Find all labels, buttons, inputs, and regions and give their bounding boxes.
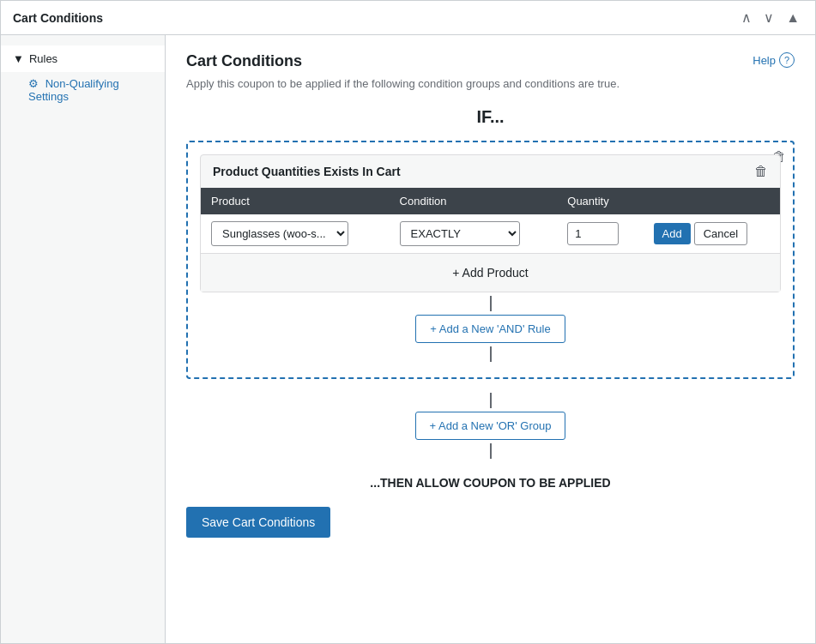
page-title: Cart Conditions (186, 52, 302, 70)
product-cell: Sunglasses (woo-s... (201, 214, 390, 253)
and-rule-connector (200, 296, 781, 311)
then-label: ...THEN ALLOW COUPON TO BE APPLIED (186, 476, 795, 490)
add-product-button[interactable]: + Add Product (452, 266, 528, 280)
condition-group-inner: Product Quantities Exists In Cart 🗑 Prod… (200, 154, 781, 292)
expand-button[interactable]: ▲ (783, 8, 803, 27)
table-row: Sunglasses (woo-s... EXACTLY AT LEAST AT… (201, 214, 780, 253)
or-group-connector-top (186, 393, 795, 408)
condition-select[interactable]: EXACTLY AT LEAST AT MOST (400, 221, 520, 246)
col-product: Product (201, 188, 390, 214)
sidebar-item-non-qualifying-label: Non-Qualifying Settings (28, 77, 119, 103)
main-window: Cart Conditions ∧ ∨ ▲ ▼ Rules ⚙ Non-Qual… (0, 0, 816, 644)
quantity-cell (557, 214, 643, 253)
condition-table: Product Condition Quantity Sunglasses ( (201, 188, 780, 253)
line-top (490, 296, 492, 311)
main-layout: ▼ Rules ⚙ Non-Qualifying Settings Cart C… (1, 35, 815, 643)
sidebar: ▼ Rules ⚙ Non-Qualifying Settings (1, 35, 166, 643)
condition-cell: EXACTLY AT LEAST AT MOST (390, 214, 558, 253)
content-header: Cart Conditions Help ? (186, 52, 795, 70)
gear-icon: ⚙ (28, 77, 39, 90)
cancel-row-button[interactable]: Cancel (694, 222, 747, 245)
title-bar-controls: ∧ ∨ ▲ (738, 8, 803, 27)
condition-group-outer: 🗑 Product Quantities Exists In Cart 🗑 Pr… (186, 141, 795, 379)
col-actions (644, 188, 780, 214)
sidebar-item-non-qualifying[interactable]: ⚙ Non-Qualifying Settings (1, 72, 165, 108)
filter-icon: ▼ (13, 52, 24, 65)
save-cart-conditions-button[interactable]: Save Cart Conditions (186, 507, 330, 538)
add-row-button[interactable]: Add (654, 223, 691, 244)
help-label: Help (753, 54, 776, 67)
add-or-group-button[interactable]: + Add a New 'OR' Group (415, 412, 566, 440)
line-or-top (490, 393, 492, 408)
add-product-row: + Add Product (201, 253, 780, 292)
condition-group-title: Product Quantities Exists In Cart (213, 165, 401, 178)
actions-cell: Add Cancel (644, 214, 780, 253)
delete-inner-group-button[interactable]: 🗑 (754, 164, 768, 179)
help-link[interactable]: Help ? (753, 52, 795, 68)
line-bottom (490, 346, 492, 362)
sidebar-item-rules[interactable]: ▼ Rules (1, 45, 165, 72)
title-bar: Cart Conditions ∧ ∨ ▲ (1, 1, 815, 35)
col-quantity: Quantity (557, 188, 643, 214)
collapse-down-button[interactable]: ∨ (760, 8, 777, 27)
sidebar-item-rules-label: Rules (29, 52, 57, 65)
and-rule-connector-bottom (200, 346, 781, 362)
condition-group-header: Product Quantities Exists In Cart 🗑 (201, 155, 780, 188)
if-label: IF... (186, 107, 795, 127)
row-actions: Add Cancel (654, 222, 770, 245)
window-title: Cart Conditions (13, 11, 103, 25)
product-select[interactable]: Sunglasses (woo-s... (211, 221, 348, 246)
description-text: Apply this coupon to be applied if the f… (186, 77, 795, 90)
help-icon: ? (779, 52, 795, 68)
col-condition: Condition (390, 188, 558, 214)
content-area: Cart Conditions Help ? Apply this coupon… (166, 35, 815, 643)
add-and-rule-button[interactable]: + Add a New 'AND' Rule (415, 315, 565, 343)
collapse-up-button[interactable]: ∧ (738, 8, 755, 27)
table-header-row: Product Condition Quantity (201, 188, 780, 214)
or-group-connector-bottom (186, 443, 795, 459)
line-or-bottom (490, 443, 492, 459)
quantity-input[interactable] (567, 222, 619, 245)
